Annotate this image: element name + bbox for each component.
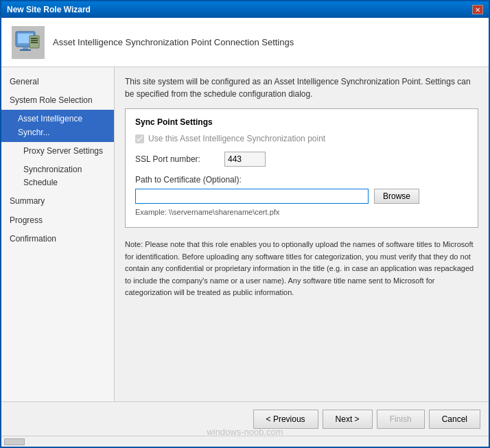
browse-button[interactable]: Browse — [374, 189, 419, 204]
wizard-window: New Site Role Wizard ✕ Asset Intelligenc… — [0, 0, 490, 448]
svg-rect-2 — [23, 47, 28, 49]
cert-path-label: Path to Certificate (Optional): — [135, 175, 468, 185]
sidebar-item-sync-schedule[interactable]: Synchronization Schedule — [1, 161, 114, 192]
next-button[interactable]: Next > — [323, 410, 373, 429]
cert-path-section: Path to Certificate (Optional): Browse E… — [135, 175, 468, 216]
content-area: This site system will be configured as a… — [115, 67, 489, 401]
cancel-button[interactable]: Cancel — [429, 410, 480, 429]
ssl-port-input[interactable] — [224, 152, 266, 167]
checkbox-label: Use this Asset Intelligence Synchronizat… — [148, 134, 325, 143]
window-title: New Site Role Wizard — [7, 5, 91, 14]
sidebar-item-asset-intel[interactable]: Asset Intelligence Synchr... — [1, 110, 114, 141]
cert-path-row: Browse — [135, 189, 468, 204]
svg-rect-5 — [31, 38, 38, 39]
sidebar-item-confirmation[interactable]: Confirmation — [1, 230, 114, 248]
info-text: This site system will be configured as a… — [125, 75, 478, 100]
checkbox-row: Use this Asset Intelligence Synchronizat… — [135, 134, 468, 143]
sidebar: General System Role Selection Asset Inte… — [1, 67, 115, 401]
sidebar-item-general[interactable]: General — [1, 73, 114, 91]
header-title: Asset Intelligence Synchronization Point… — [53, 37, 294, 47]
sync-point-settings-group: Sync Point Settings Use this Asset Intel… — [125, 108, 478, 228]
sidebar-item-summary[interactable]: Summary — [1, 192, 114, 211]
sidebar-item-progress[interactable]: Progress — [1, 211, 114, 230]
sidebar-item-proxy[interactable]: Proxy Server Settings — [1, 142, 114, 161]
use-sync-point-checkbox[interactable] — [135, 134, 144, 143]
svg-rect-7 — [31, 42, 38, 43]
ssl-port-row: SSL Port number: — [135, 152, 468, 167]
bottom-bar: < Previous Next > Finish Cancel — [1, 401, 489, 436]
sidebar-item-system-role[interactable]: System Role Selection — [1, 91, 114, 110]
svg-rect-6 — [31, 40, 38, 41]
ssl-port-label: SSL Port number: — [135, 154, 224, 164]
scrollbar-area — [1, 436, 489, 447]
close-button[interactable]: ✕ — [472, 5, 483, 14]
header-icon — [12, 26, 45, 59]
title-bar: New Site Role Wizard ✕ — [1, 1, 489, 18]
group-box-title: Sync Point Settings — [135, 117, 468, 127]
finish-button[interactable]: Finish — [377, 410, 425, 429]
example-text: Example: \\servername\sharename\cert.pfx — [135, 208, 468, 216]
main-content: General System Role Selection Asset Inte… — [1, 67, 489, 401]
cert-path-input[interactable] — [135, 189, 369, 204]
previous-button[interactable]: < Previous — [253, 410, 318, 429]
scroll-thumb[interactable] — [4, 438, 25, 445]
header-bar: Asset Intelligence Synchronization Point… — [1, 18, 489, 67]
note-text: Note: Please note that this role enables… — [125, 239, 478, 299]
svg-rect-3 — [20, 49, 31, 51]
